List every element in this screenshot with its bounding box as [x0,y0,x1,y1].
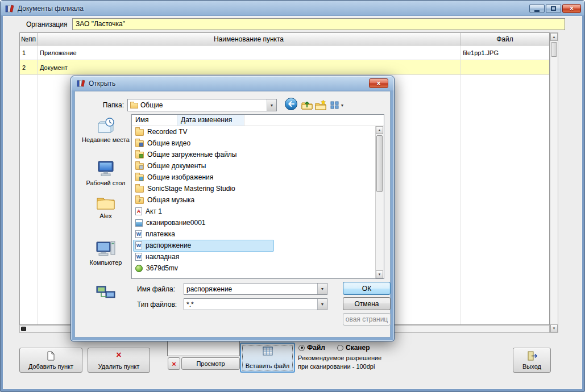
filename-label: Имя файла: [137,285,175,293]
file-item-label: Общие загруженные файлы [147,151,237,159]
cancel-button[interactable]: Отмена [343,297,391,310]
file-item[interactable]: SonicStage Mastering Studio [132,183,384,194]
clear-preview-button[interactable]: × [168,357,180,370]
close-button[interactable]: × [562,4,581,13]
new-folder-button[interactable] [315,99,326,111]
file-item-label: Общие документы [147,162,206,170]
insert-file-label: Вставить файл [246,362,289,369]
dialog-close-button[interactable]: × [369,78,388,88]
chevron-down-icon: ▼ [341,103,345,107]
list-scroll-up-button[interactable] [376,126,383,134]
word-file-icon [135,253,142,261]
back-button[interactable] [284,97,298,111]
table-header: №пп Наименование пункта Файл [20,33,549,45]
preview-label: Просмотр [196,360,225,367]
file-item-label: SonicStage Mastering Studio [147,185,235,193]
v-scrollbar-thumb[interactable] [551,42,557,57]
close-icon: × [570,5,574,12]
scroll-down-button[interactable] [550,324,558,332]
file-item[interactable]: Общая музыка [132,194,384,206]
place-desktop[interactable]: Рабочий стол [80,160,132,187]
computer-icon [96,239,116,257]
minimize-button[interactable] [529,4,545,13]
file-item[interactable]: Общие документы [132,160,384,172]
filetype-label: Тип файлов: [137,301,177,308]
ok-button[interactable]: ОК [343,282,391,295]
minimize-icon [534,10,540,12]
add-item-button[interactable]: Добавить пункт [19,348,82,373]
file-list: Имя Дата изменения Recorded TV Общие вид… [131,114,384,279]
h-scrollbar-thumb[interactable] [21,327,26,331]
file-item[interactable]: сканирование0001 [132,217,384,228]
place-label: Alex [99,212,111,220]
cell-name: Приложение [38,45,460,60]
grid-line [460,75,460,324]
list-scrollbar-thumb[interactable] [376,135,383,192]
titlebar: Документы филиала × [5,2,581,15]
cancel-label: Отмена [354,300,379,308]
window-title: Документы филиала [18,5,84,12]
column-header-name: Наименование пункта [38,33,460,45]
chevron-down-icon[interactable] [317,299,327,310]
file-item[interactable]: Общие видео [132,137,384,149]
up-folder-button[interactable] [301,99,313,111]
place-computer[interactable]: Компьютер [80,239,132,266]
views-button[interactable]: ▼ [329,99,346,111]
list-scroll-down-button[interactable] [376,270,383,278]
word-file-icon [135,241,142,249]
delete-item-label: Удалить пункт [98,363,140,370]
maximize-icon [551,6,556,11]
insert-file-button[interactable]: Вставить файл [240,343,295,373]
list-column-date[interactable]: Дата изменения [177,115,244,126]
folder-combobox[interactable]: Общие [127,99,277,111]
list-column-name[interactable]: Имя [132,115,177,126]
new-page-button-disabled: овая страниц [343,313,391,326]
image-file-icon [135,219,143,227]
filename-combobox[interactable]: распоряжение [184,283,327,295]
file-item-selected[interactable]: распоряжение [132,240,384,251]
file-item[interactable]: Общие изображения [132,172,384,183]
source-scanner-radio[interactable]: Сканер [337,344,370,352]
file-item-label: накладная [146,253,179,261]
scroll-up-button[interactable] [550,33,558,41]
file-item[interactable]: Recorded TV [132,126,384,137]
place-network[interactable] [80,285,132,303]
cell-num: 1 [20,45,38,60]
preview-button[interactable]: Просмотр [181,357,240,370]
file-item[interactable]: накладная [132,251,384,262]
source-file-radio[interactable]: Файл [298,344,325,352]
file-item[interactable]: 3679d5mv [132,262,384,274]
place-recent[interactable]: Недавние места [80,116,132,144]
cell-file [460,60,549,74]
preview-input[interactable] [167,341,240,356]
delete-item-button[interactable]: × Удалить пункт [88,348,150,373]
folder-label: Папка: [92,101,124,109]
folder-icon [135,129,144,136]
organization-field[interactable]: ЗАО "Ласточка" [72,18,565,30]
list-scrollbar[interactable] [375,126,384,278]
user-folder-icon [96,194,115,211]
ok-label: ОК [362,285,371,293]
chevron-down-icon[interactable] [267,99,276,111]
place-user-alex[interactable]: Alex [80,194,132,220]
folder-music-icon [135,197,144,204]
dialog-close-icon: × [376,80,380,87]
scan-hint-line2: при сканировании - 100dpi [298,363,375,370]
chevron-down-icon[interactable] [317,283,327,294]
file-item[interactable]: Общие загруженные файлы [132,149,384,160]
open-file-dialog: Открыть × Папка: Общие [70,76,395,341]
file-item[interactable]: Акт 1 [132,206,384,217]
media-file-icon [135,265,143,272]
file-item-label: сканирование0001 [146,219,205,227]
table-row-selected[interactable]: 2 Документ [20,60,549,75]
vertical-scrollbar[interactable] [550,32,558,333]
filetype-combobox[interactable]: *.* [184,298,327,310]
exit-button[interactable]: Выход [513,348,551,373]
place-label: Недавние места [82,136,130,144]
delete-x-icon: × [116,351,121,359]
file-item[interactable]: платежка [132,228,384,240]
dialog-title: Открыть [89,80,115,87]
table-row[interactable]: 1 Приложение file1pp1.JPG [20,45,549,60]
maximize-button[interactable] [546,4,561,13]
radio-selected-icon [298,345,305,351]
